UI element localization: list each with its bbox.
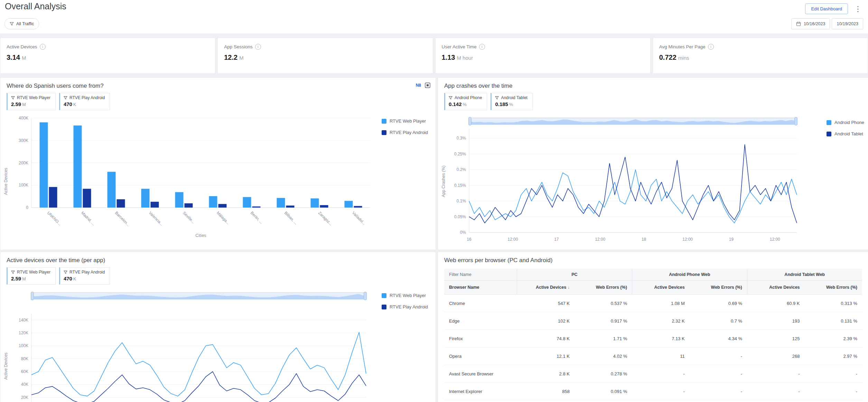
metric-cell: 0.091 % — [575, 383, 632, 400]
metric-cell: 125 — [747, 330, 804, 347]
kpi-unit: M — [22, 55, 26, 61]
info-icon[interactable]: i — [40, 44, 46, 50]
legend-item[interactable]: RTVE Play Android — [382, 130, 428, 135]
edit-dashboard-button[interactable]: Edit Dashboard — [805, 3, 848, 14]
kebab-menu-icon[interactable]: ⋮ — [853, 4, 862, 14]
column-header[interactable]: Web Errors (%) — [575, 280, 632, 295]
date-range-picker: 10/16/2023 10/19/2023 — [791, 18, 863, 29]
header: Overall Analysis Edit Dashboard ⋮ All Tr… — [0, 0, 868, 34]
chip-value: 2.59 — [11, 276, 21, 281]
date-to-field[interactable]: 10/19/2023 — [832, 18, 863, 29]
brush-handle[interactable] — [468, 117, 472, 125]
brush-handle[interactable] — [364, 292, 367, 300]
metric-cell: - — [805, 365, 862, 383]
info-icon[interactable]: i — [708, 44, 714, 50]
column-header[interactable]: Active Devices ↓ — [517, 280, 575, 295]
legend-item[interactable]: RTVE Web Player — [382, 293, 428, 298]
info-icon[interactable]: i — [479, 44, 485, 50]
range-slider[interactable] — [31, 293, 366, 299]
svg-text:0.15%: 0.15% — [454, 183, 466, 188]
svg-text:12:00: 12:00 — [595, 237, 605, 242]
svg-text:80K: 80K — [21, 356, 28, 361]
metric-cell: - — [805, 383, 862, 400]
app-filter-chip[interactable]: RTVE Play Android 470K — [59, 93, 110, 110]
crashes-line-chart[interactable]: 0%0.05%0.1%0.15%0.2%0.25%0.3%1612:001712… — [444, 126, 811, 243]
metric-cell: 858 — [517, 383, 575, 400]
metric-cell: 7.13 K — [632, 330, 689, 347]
table-header-row: Browser NameActive Devices ↓Web Errors (… — [444, 280, 862, 295]
date-to-value: 10/19/2023 — [837, 21, 858, 26]
column-group: Android Tablet Web — [747, 269, 862, 280]
chip-value: 2.59 — [11, 101, 21, 107]
metric-cell: 102 K — [517, 312, 575, 330]
legend-swatch — [827, 120, 831, 125]
chip-row: RTVE Web Player 2.59M RTVE Play Android … — [7, 267, 110, 285]
column-group: PC — [517, 269, 632, 280]
kpi-value: 3.14 — [7, 54, 20, 61]
legend-swatch — [827, 132, 831, 136]
metric-cell: 193 — [747, 312, 804, 330]
legend-item[interactable]: Android Tablet — [827, 131, 864, 136]
column-header[interactable]: Active Devices — [632, 280, 689, 295]
app-filter-chip[interactable]: RTVE Web Player 2.59M — [7, 93, 56, 110]
metric-cell: 268 — [747, 347, 804, 365]
kpi-unit: M hour — [457, 55, 473, 61]
kpi-label: Avg Minutes Per Page — [659, 44, 706, 49]
svg-text:Seville...: Seville... — [182, 211, 196, 224]
svg-text:140K: 140K — [19, 318, 28, 323]
metric-cell: - — [632, 383, 689, 400]
panel-web-errors: Web errors per browser (PC and Android) … — [438, 252, 868, 402]
app-filter-chip[interactable]: RTVE Play Android 470K — [59, 267, 110, 285]
svg-text:0.3%: 0.3% — [457, 136, 466, 141]
chip-label: RTVE Web Player — [17, 270, 50, 275]
filter-icon — [11, 270, 15, 274]
range-slider[interactable] — [469, 118, 797, 125]
legend-item[interactable]: Android Phone — [827, 120, 864, 125]
page-title: Overall Analysis — [5, 1, 66, 11]
legend-swatch — [382, 130, 386, 135]
svg-text:0.25%: 0.25% — [454, 152, 466, 156]
app-filter-chip[interactable]: Android Phone 0.142% — [444, 93, 487, 110]
svg-text:0.2%: 0.2% — [457, 167, 466, 172]
legend-item[interactable]: RTVE Play Android — [382, 304, 428, 309]
column-header[interactable]: Active Devices — [747, 280, 804, 295]
svg-text:0.05%: 0.05% — [454, 214, 466, 219]
note-badge[interactable]: N8 — [416, 83, 421, 88]
column-header[interactable]: Web Errors (%) — [690, 280, 747, 295]
kpi-value: 1.13 — [442, 54, 455, 61]
browser-name-cell: Avast Secure Browser — [444, 365, 517, 383]
metric-cell: 4.34 % — [690, 330, 747, 347]
filter-icon — [449, 96, 452, 100]
app-filter-chip[interactable]: Android Tablet 0.185% — [491, 93, 533, 110]
metric-cell: 0.537 % — [575, 295, 632, 312]
info-icon[interactable]: i — [255, 44, 261, 50]
chip-unit: K — [73, 277, 76, 281]
legend-label: RTVE Play Android — [390, 304, 428, 309]
app-filter-chip[interactable]: RTVE Web Player 2.59M — [7, 267, 56, 285]
browser-name-cell: Internet Explorer — [444, 383, 517, 400]
web-errors-table: Filter NamePCAndroid Phone WebAndroid Ta… — [444, 269, 862, 400]
cities-bar-chart[interactable]: 0100K200K300K400KUNKNO...Madrid, ...Barc… — [7, 112, 374, 237]
brush-handle[interactable] — [31, 292, 34, 300]
svg-text:16: 16 — [467, 237, 472, 242]
svg-text:0.1%: 0.1% — [457, 199, 466, 203]
chip-value: 470 — [64, 101, 72, 107]
brush-handle[interactable] — [794, 117, 797, 125]
chip-row: Android Phone 0.142% Android Tablet 0.18… — [444, 93, 533, 110]
metric-cell: 0.313 % — [805, 295, 862, 312]
metric-cell: 2.39 % — [805, 330, 862, 347]
chip-label: Android Tablet — [501, 95, 528, 100]
svg-text:18: 18 — [642, 237, 646, 242]
traffic-filter-chip[interactable]: All Traffic — [4, 18, 39, 29]
date-from-field[interactable]: 10/16/2023 — [791, 18, 830, 29]
legend-item[interactable]: RTVE Web Player — [382, 118, 428, 124]
devices-line-chart[interactable]: 20K40K60K80K100K120K140K — [7, 304, 373, 402]
column-header[interactable]: Browser Name — [444, 280, 517, 295]
svg-text:19: 19 — [729, 237, 734, 242]
column-header[interactable]: Web Errors (%) — [805, 280, 862, 295]
svg-text:Barcelon...: Barcelon... — [114, 211, 131, 227]
metric-cell: 0.917 % — [575, 312, 632, 330]
chart-legend: Android PhoneAndroid Tablet — [827, 120, 864, 136]
metric-cell: 1.08 M — [632, 295, 689, 312]
drill-report-icon[interactable] — [424, 82, 431, 88]
